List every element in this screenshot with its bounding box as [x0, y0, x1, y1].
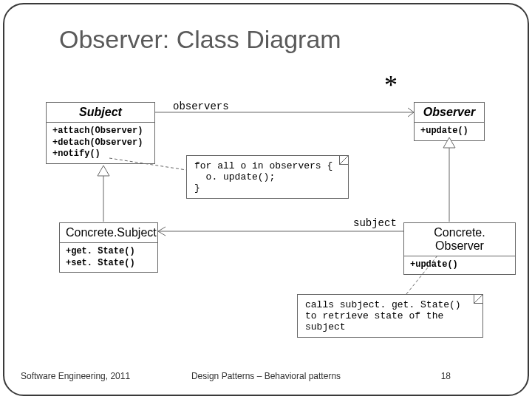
footer-left: Software Engineering, 2011 [21, 371, 130, 381]
class-observer: Observer +update() [414, 102, 485, 141]
footer-page-number: 18 [441, 371, 451, 381]
op: +set. State() [66, 258, 151, 270]
note-text: calls subject. get. State() to retrieve … [305, 299, 475, 332]
class-subject-name: Subject [47, 103, 154, 123]
note-line: o. update(); [194, 171, 341, 183]
note-corner-icon [474, 295, 482, 304]
class-concrete-observer-ops: +update() [404, 256, 515, 274]
class-concrete-observer-name: Concrete. Observer [404, 223, 515, 256]
note-notify: for all o in observers { o. update(); } [186, 155, 349, 199]
op: +attach(Observer) [52, 126, 149, 137]
class-concrete-subject-ops: +get. State() +set. State() [60, 243, 157, 272]
note-update: calls subject. get. State() to retrieve … [297, 294, 483, 338]
footer-center: Design Patterns – Behavioral patterns [191, 371, 341, 381]
op: +get. State() [66, 246, 151, 258]
class-subject: Subject +attach(Observer) +detach(Observ… [46, 102, 155, 164]
class-concrete-subject: Concrete.Subject +get. State() +set. Sta… [59, 222, 158, 273]
label-subject: subject [353, 217, 397, 229]
note-line: for all o in observers { [194, 160, 341, 171]
op: +detach(Observer) [52, 137, 149, 149]
note-corner-icon [339, 156, 348, 165]
op: +notify() [52, 149, 149, 160]
class-subject-ops: +attach(Observer) +detach(Observer) +not… [47, 123, 154, 163]
op: +update() [420, 126, 478, 137]
multiplicity-star: * [384, 69, 398, 100]
class-observer-ops: +update() [415, 123, 484, 140]
op: +update() [410, 259, 509, 271]
class-concrete-observer: Concrete. Observer +update() [403, 222, 516, 275]
slide-title: Observer: Class Diagram [59, 25, 341, 54]
note-line: } [194, 183, 341, 194]
class-observer-name: Observer [415, 103, 484, 123]
label-observers: observers [173, 100, 229, 112]
class-concrete-subject-name: Concrete.Subject [60, 223, 157, 243]
